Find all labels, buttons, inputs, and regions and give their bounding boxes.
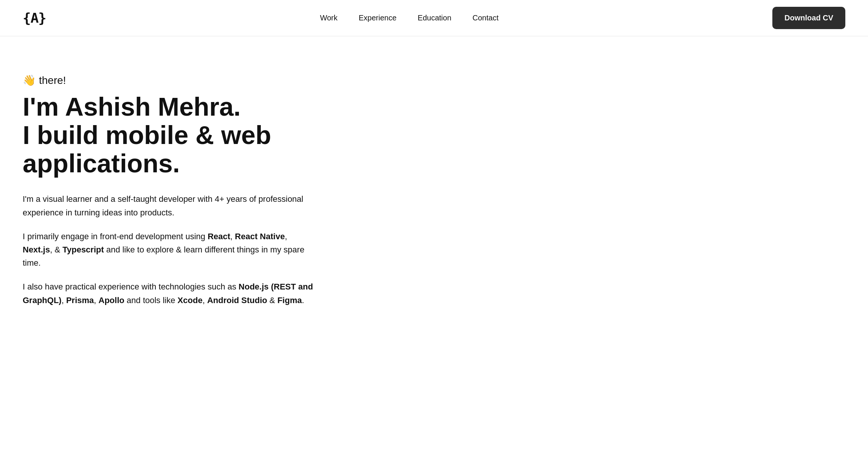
- nav-item-contact[interactable]: Contact: [473, 14, 499, 22]
- nav-item-experience[interactable]: Experience: [359, 14, 397, 22]
- hero-title-line1: I'm Ashish Mehra.: [23, 92, 241, 121]
- hero-description: I'm a visual learner and a self-taught d…: [23, 192, 318, 306]
- desc3-sep3: ,: [203, 296, 207, 305]
- desc2-sep1: ,: [230, 232, 235, 241]
- download-cv-button[interactable]: Download CV: [772, 7, 845, 29]
- desc2-prefix: I primarily engage in front-end developm…: [23, 232, 208, 241]
- hero-section: 👋 there! I'm Ashish Mehra. I build mobil…: [0, 36, 454, 342]
- desc3-mid: and tools like: [124, 296, 178, 305]
- greeting-line: 👋 there!: [23, 74, 431, 87]
- desc2-typescript: Typescript: [62, 245, 104, 254]
- desc2-react-native: React Native: [235, 232, 285, 241]
- nav-item-work[interactable]: Work: [320, 14, 337, 22]
- desc3-sep2: ,: [94, 296, 98, 305]
- description-paragraph-2: I primarily engage in front-end developm…: [23, 230, 318, 270]
- wave-emoji: 👋: [23, 74, 36, 87]
- desc3-figma: Figma: [277, 296, 302, 305]
- desc3-xcode: Xcode: [178, 296, 203, 305]
- description-paragraph-3: I also have practical experience with te…: [23, 280, 318, 306]
- desc2-react: React: [208, 232, 230, 241]
- desc3-apollo: Apollo: [99, 296, 124, 305]
- hero-title-line2: I build mobile & web applications.: [23, 121, 271, 178]
- desc2-sep3: , &: [50, 245, 62, 254]
- site-header: {A} Work Experience Education Contact Do…: [0, 0, 868, 36]
- main-nav: Work Experience Education Contact: [320, 14, 498, 22]
- desc3-suffix: .: [302, 296, 304, 305]
- desc3-android-studio: Android Studio: [207, 296, 267, 305]
- greeting-text: there!: [39, 74, 66, 87]
- site-logo[interactable]: {A}: [23, 10, 46, 26]
- description-paragraph-1: I'm a visual learner and a self-taught d…: [23, 192, 318, 219]
- desc2-sep2: ,: [285, 232, 287, 241]
- nav-item-education[interactable]: Education: [418, 14, 451, 22]
- desc3-sep4: &: [267, 296, 277, 305]
- desc2-nextjs: Next.js: [23, 245, 50, 254]
- desc3-prefix: I also have practical experience with te…: [23, 282, 239, 291]
- desc3-sep1: ,: [62, 296, 66, 305]
- desc3-prisma: Prisma: [66, 296, 94, 305]
- hero-title: I'm Ashish Mehra. I build mobile & web a…: [23, 93, 431, 177]
